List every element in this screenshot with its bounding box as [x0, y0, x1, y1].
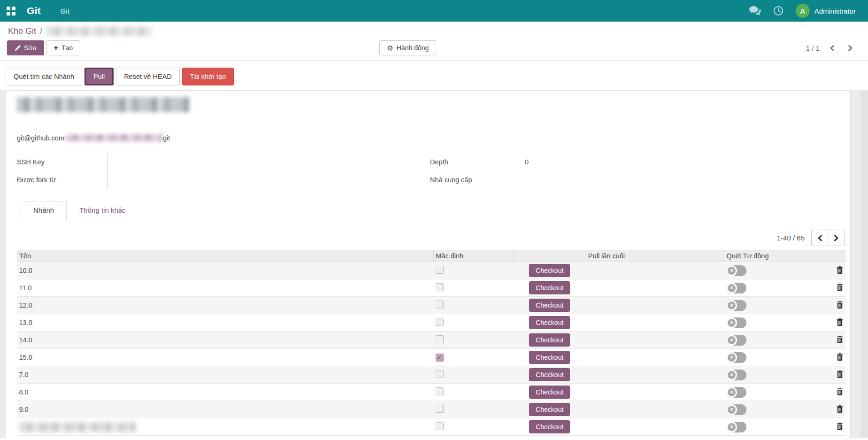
user-menu[interactable]: A Administrator: [796, 4, 856, 18]
branch-name-cell[interactable]: 14.0: [17, 332, 434, 349]
auto-scan-toggle[interactable]: ×: [726, 404, 746, 415]
edit-button-label: Sửa: [24, 44, 37, 52]
branch-name-cell[interactable]: 12.0: [17, 297, 434, 314]
create-button[interactable]: + Tạo: [46, 40, 80, 55]
auto-scan-toggle[interactable]: ×: [726, 265, 746, 276]
checkout-button[interactable]: Checkout: [529, 333, 570, 347]
checkout-button[interactable]: Checkout: [529, 403, 570, 416]
default-checkbox[interactable]: [436, 422, 444, 430]
checkout-button[interactable]: Checkout: [529, 386, 570, 399]
auto-scan-toggle[interactable]: ×: [726, 370, 746, 380]
branch-last-pull-cell: [586, 384, 724, 401]
messages-icon[interactable]: [749, 6, 761, 15]
trash-icon[interactable]: [835, 283, 845, 293]
trash-icon[interactable]: [835, 265, 845, 276]
column-header-checkout: [513, 250, 586, 262]
branch-row[interactable]: 10.0 Checkout ×: [17, 262, 845, 279]
trash-icon[interactable]: [835, 387, 845, 398]
auto-scan-toggle[interactable]: ×: [726, 352, 746, 363]
trash-icon[interactable]: [835, 317, 845, 328]
list-pager-next-icon[interactable]: [828, 230, 845, 246]
default-checkbox[interactable]: [436, 266, 444, 274]
pager-previous-icon[interactable]: [826, 43, 838, 54]
action-menu-button[interactable]: ⚙ Hành động: [379, 40, 436, 55]
auto-scan-toggle[interactable]: ×: [726, 335, 746, 346]
branch-name-cell[interactable]: [17, 418, 434, 436]
edit-button[interactable]: Sửa: [7, 40, 44, 55]
branch-name-cell[interactable]: 7.0: [17, 366, 434, 384]
checkout-button[interactable]: Checkout: [529, 316, 570, 329]
default-checkbox[interactable]: [436, 301, 444, 309]
apps-menu-icon[interactable]: [7, 7, 15, 15]
branch-auto-scan-cell: ×: [724, 366, 833, 384]
branch-row[interactable]: 11.0 Checkout ×: [17, 279, 845, 297]
depth-value[interactable]: 0: [525, 158, 529, 166]
branch-name-cell[interactable]: 15.0: [17, 349, 434, 366]
trash-icon[interactable]: [835, 352, 845, 363]
column-header-last-pull[interactable]: Pull lần cuối: [586, 250, 724, 262]
branch-row[interactable]: 14.0 Checkout ×: [17, 332, 845, 349]
trash-icon[interactable]: [835, 370, 845, 380]
auto-scan-toggle[interactable]: ×: [726, 317, 746, 328]
tab-branches[interactable]: Nhánh: [21, 201, 67, 219]
action-button-label: Hành động: [397, 44, 429, 52]
breadcrumb-parent[interactable]: Kho Git: [8, 26, 36, 36]
default-checkbox[interactable]: [436, 387, 444, 395]
branch-row[interactable]: 9.0 Checkout ×: [17, 401, 845, 418]
auto-scan-toggle[interactable]: ×: [726, 300, 746, 311]
checkout-button[interactable]: Checkout: [529, 299, 570, 312]
branch-row[interactable]: 8.0 Checkout ×: [17, 384, 845, 401]
nav-menu-git[interactable]: Git: [61, 7, 69, 15]
branch-name-cell[interactable]: 10.0: [17, 262, 434, 279]
branch-row[interactable]: Checkout ×: [17, 418, 845, 436]
list-pager-previous-icon[interactable]: [811, 230, 828, 246]
column-header-default[interactable]: Mặc định: [434, 250, 513, 262]
auto-scan-toggle[interactable]: ×: [726, 387, 746, 398]
branch-name-cell[interactable]: 8.0: [17, 384, 434, 401]
form-sheet: git@github.com:git SSH Key Được fork từ …: [6, 90, 851, 438]
default-checkbox[interactable]: [436, 318, 444, 326]
reinitialize-button[interactable]: Tái khởi tạo: [182, 68, 234, 85]
repo-url-suffix: git: [163, 134, 170, 142]
default-checkbox[interactable]: [436, 283, 444, 291]
checkout-button[interactable]: Checkout: [529, 368, 570, 381]
branch-row[interactable]: 12.0 Checkout ×: [17, 297, 845, 314]
branch-name-cell[interactable]: 13.0: [17, 314, 434, 332]
pager-next-icon[interactable]: [845, 43, 856, 54]
branch-row[interactable]: 7.0 Checkout ×: [17, 366, 845, 384]
app-brand[interactable]: Git: [27, 5, 41, 16]
branch-name-cell[interactable]: 11.0: [17, 279, 434, 297]
activities-clock-icon[interactable]: [773, 6, 784, 16]
column-header-name[interactable]: Tên: [17, 250, 434, 262]
default-checkbox[interactable]: [436, 335, 444, 343]
auto-scan-toggle[interactable]: ×: [726, 283, 746, 293]
sheet-region: git@github.com:git SSH Key Được fork từ …: [0, 90, 868, 438]
avatar: A: [796, 4, 810, 18]
branch-row[interactable]: 15.0 ✓ Checkout ×: [17, 349, 845, 366]
pull-button[interactable]: Pull: [84, 68, 114, 85]
branch-row[interactable]: 13.0 Checkout ×: [17, 314, 845, 332]
scan-branches-button[interactable]: Quét tìm các Nhánh: [6, 68, 82, 85]
default-checkbox[interactable]: [436, 405, 444, 413]
branches-table: Tên Mặc định Pull lần cuối Quét Tự động …: [17, 250, 845, 436]
list-pager: 1-40 / 65: [17, 230, 845, 246]
vertical-scrollbar[interactable]: [861, 90, 868, 438]
reset-head-button[interactable]: Reset về HEAD: [116, 68, 180, 85]
trash-icon[interactable]: [835, 422, 845, 432]
provider-label: Nhà cung cấp: [430, 171, 518, 189]
checkout-button[interactable]: Checkout: [529, 264, 570, 277]
default-checkbox[interactable]: [436, 370, 444, 378]
trash-icon[interactable]: [835, 335, 845, 346]
auto-scan-toggle[interactable]: ×: [726, 422, 746, 432]
branch-name-cell[interactable]: 9.0: [17, 401, 434, 418]
branch-delete-cell: [833, 279, 845, 297]
trash-icon[interactable]: [835, 404, 845, 415]
tab-other-info[interactable]: Thông tin khác: [67, 201, 138, 219]
default-checkbox[interactable]: ✓: [436, 354, 444, 362]
checkout-button[interactable]: Checkout: [529, 420, 570, 433]
trash-icon[interactable]: [835, 300, 845, 311]
checkout-button[interactable]: Checkout: [529, 351, 570, 364]
branch-checkout-cell: Checkout: [513, 384, 586, 401]
checkout-button[interactable]: Checkout: [529, 281, 570, 294]
column-header-auto-scan[interactable]: Quét Tự động: [724, 250, 833, 262]
